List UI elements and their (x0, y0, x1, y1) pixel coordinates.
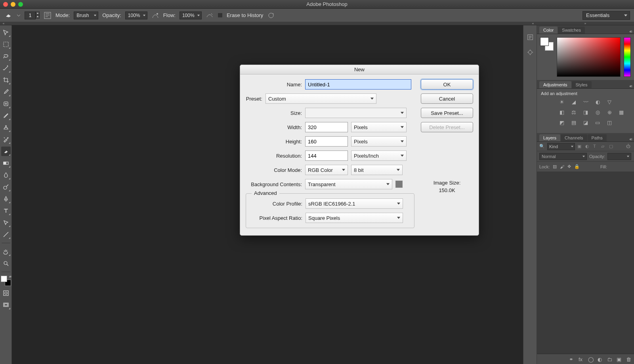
tab-styles[interactable]: Styles (572, 81, 592, 88)
lock-transparency-icon[interactable]: ▨ (553, 164, 557, 169)
blend-mode-dropdown[interactable]: Normal (539, 153, 587, 160)
type-tool[interactable] (1, 206, 11, 215)
airbrush-icon[interactable] (206, 11, 214, 19)
filter-smart-icon[interactable]: ▢ (609, 144, 615, 149)
quick-mask-toggle[interactable] (1, 288, 11, 298)
opacity-dropdown[interactable]: 100% (125, 11, 147, 19)
bg-color-swatch[interactable] (395, 181, 403, 188)
tablet-size-icon[interactable] (267, 11, 275, 19)
resolution-input[interactable] (305, 151, 348, 161)
layer-fill-dropdown[interactable] (610, 164, 632, 170)
clone-stamp-tool[interactable] (1, 123, 11, 132)
adj-posterize-icon[interactable]: ▤ (570, 119, 577, 126)
pixel-aspect-dropdown[interactable]: Square Pixels (306, 213, 403, 223)
brush-size-field[interactable]: 1 (25, 11, 36, 19)
adj-channel-mixer-icon[interactable]: ⊕ (606, 109, 613, 116)
new-group-icon[interactable]: 🗀 (607, 356, 613, 362)
eyedropper-tool[interactable] (1, 87, 11, 97)
line-tool[interactable] (1, 230, 11, 239)
adj-balance-icon[interactable]: ⚖ (570, 109, 577, 116)
adj-lookup-icon[interactable]: ▦ (618, 109, 625, 116)
width-input[interactable] (305, 122, 348, 132)
preset-dropdown[interactable]: Custom (265, 93, 376, 104)
adj-selective-icon[interactable]: ◫ (606, 119, 613, 126)
window-zoom-button[interactable] (18, 2, 23, 7)
adj-bw-icon[interactable]: ◨ (582, 109, 589, 116)
move-tool[interactable] (1, 28, 11, 37)
hue-slider[interactable] (624, 37, 631, 77)
eraser-tool-icon[interactable] (4, 12, 13, 19)
crop-tool[interactable] (1, 75, 11, 85)
color-panel-menu-icon[interactable]: ▪≡ (630, 29, 632, 34)
resolution-unit-dropdown[interactable]: Pixels/Inch (351, 151, 407, 161)
brush-tool[interactable] (1, 111, 11, 120)
bit-depth-dropdown[interactable]: 8 bit (351, 165, 403, 175)
tab-layers[interactable]: Layers (539, 134, 560, 141)
new-fill-layer-icon[interactable]: ◐ (598, 356, 603, 362)
magic-wand-tool[interactable] (1, 63, 11, 73)
ok-button[interactable]: OK (421, 79, 473, 90)
adj-brightness-icon[interactable]: ☀ (558, 98, 565, 105)
adj-hue-icon[interactable]: ◧ (558, 109, 565, 116)
adjustments-panel-menu-icon[interactable]: ▪≡ (630, 84, 632, 88)
filter-type-icon[interactable]: T (593, 144, 599, 149)
tool-preset-dropdown-icon[interactable] (17, 14, 21, 17)
tab-adjustments[interactable]: Adjustments (539, 81, 571, 88)
name-input[interactable] (305, 79, 411, 90)
save-preset-button[interactable]: Save Preset... (421, 108, 473, 118)
lock-image-icon[interactable]: 🖌 (560, 164, 564, 169)
screen-mode-toggle[interactable] (1, 300, 11, 310)
size-dropdown[interactable] (305, 108, 407, 118)
marquee-tool[interactable] (1, 40, 11, 49)
brush-panel-toggle-icon[interactable] (44, 11, 52, 19)
new-layer-icon[interactable]: ▣ (617, 356, 622, 362)
filter-adjust-icon[interactable]: ◐ (585, 144, 591, 149)
window-minimize-button[interactable] (11, 2, 15, 7)
layers-panel-menu-icon[interactable]: ▪≡ (630, 137, 632, 141)
lock-all-icon[interactable]: 🔒 (574, 164, 580, 169)
height-unit-dropdown[interactable]: Pixels (351, 136, 407, 147)
tab-swatches[interactable]: Swatches (558, 27, 585, 34)
tools-collapse-icon[interactable]: « (0, 22, 7, 25)
history-panel-icon[interactable] (526, 33, 534, 41)
cancel-button[interactable]: Cancel (421, 93, 473, 104)
foreground-background-colors[interactable]: ⇄ (1, 276, 11, 286)
panels-collapse-icon[interactable]: » (537, 22, 634, 25)
eraser-tool[interactable] (1, 147, 11, 156)
iconstrip-collapse-icon[interactable]: « (529, 22, 537, 25)
color-profile-dropdown[interactable]: sRGB IEC61966-2.1 (306, 198, 403, 209)
filter-pixel-icon[interactable]: ▣ (577, 144, 583, 149)
layer-opacity-dropdown[interactable] (607, 153, 631, 160)
tablet-opacity-icon[interactable] (151, 11, 159, 19)
color-field[interactable] (557, 37, 621, 77)
link-layers-icon[interactable]: ⚭ (569, 356, 575, 362)
lock-position-icon[interactable]: ✥ (567, 164, 571, 169)
bg-contents-dropdown[interactable]: Transparent (305, 179, 392, 189)
adj-curves-icon[interactable]: 〰 (582, 98, 589, 105)
lasso-tool[interactable] (1, 51, 11, 61)
zoom-tool[interactable] (1, 259, 11, 268)
filter-toggle-icon[interactable]: ⏻ (626, 144, 632, 149)
flow-dropdown[interactable]: 100% (180, 11, 202, 19)
layer-mask-icon[interactable]: ◯ (588, 356, 594, 362)
height-input[interactable] (305, 136, 348, 147)
brush-size-stepper[interactable]: ▲▼ (36, 11, 40, 19)
tab-paths[interactable]: Paths (588, 134, 607, 141)
blur-tool[interactable] (1, 170, 11, 180)
dodge-tool[interactable] (1, 182, 11, 192)
adj-threshold-icon[interactable]: ◪ (582, 119, 589, 126)
width-unit-dropdown[interactable]: Pixels (351, 122, 407, 132)
adj-levels-icon[interactable]: ◢ (570, 98, 577, 105)
delete-layer-icon[interactable]: 🗑 (626, 356, 632, 362)
mode-dropdown[interactable]: Brush (74, 11, 98, 19)
window-close-button[interactable] (3, 2, 8, 7)
healing-brush-tool[interactable] (1, 99, 11, 109)
layer-fx-icon[interactable]: fx (579, 356, 584, 362)
color-mode-dropdown[interactable]: RGB Color (305, 165, 348, 175)
adj-invert-icon[interactable]: ◩ (558, 119, 565, 126)
erase-to-history-checkbox[interactable] (218, 13, 223, 18)
delete-preset-button[interactable]: Delete Preset... (421, 122, 473, 132)
properties-panel-icon[interactable] (526, 48, 534, 56)
tab-channels[interactable]: Channels (561, 134, 587, 141)
color-fg-bg-swatch[interactable] (540, 37, 554, 51)
